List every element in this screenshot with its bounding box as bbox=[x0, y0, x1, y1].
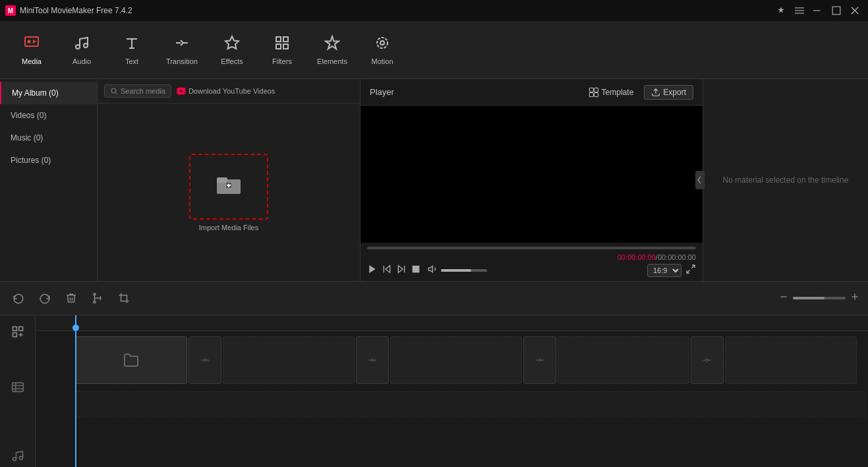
stop-button[interactable] bbox=[411, 264, 421, 277]
svg-line-38 bbox=[687, 270, 690, 273]
video-track-row bbox=[36, 334, 868, 387]
crop-button[interactable] bbox=[113, 288, 134, 309]
timeline-content[interactable] bbox=[36, 315, 868, 467]
svg-rect-2 bbox=[795, 13, 804, 14]
controls-buttons: 16:9 9:16 1:1 4:3 bbox=[367, 263, 696, 280]
transition-clip-1[interactable] bbox=[188, 336, 221, 384]
svg-rect-27 bbox=[589, 92, 593, 96]
play-button[interactable] bbox=[367, 264, 378, 277]
titlebar-controls bbox=[773, 3, 863, 18]
template-button[interactable]: Template bbox=[583, 85, 639, 100]
toolbar-media[interactable]: Media bbox=[8, 26, 55, 74]
timecode-row: 00:00:00:00 / 00:00:00:00 bbox=[367, 253, 696, 263]
cut-button[interactable] bbox=[87, 288, 108, 309]
motion-icon bbox=[374, 35, 390, 55]
minimize-button[interactable] bbox=[810, 3, 826, 18]
clip-folder-icon bbox=[123, 352, 139, 368]
toolbar-text-label: Text bbox=[125, 57, 138, 65]
playhead[interactable] bbox=[75, 315, 76, 467]
maximize-button[interactable] bbox=[828, 3, 844, 18]
svg-point-40 bbox=[94, 294, 96, 296]
svg-marker-30 bbox=[369, 265, 375, 273]
toolbar-audio[interactable]: Audio bbox=[58, 26, 105, 74]
svg-rect-49 bbox=[13, 333, 16, 337]
zoom-out-icon[interactable] bbox=[778, 292, 789, 305]
empty-clip-2[interactable] bbox=[390, 336, 522, 384]
download-youtube-button[interactable]: Download YouTube Videos bbox=[177, 86, 275, 96]
elements-icon bbox=[324, 35, 340, 55]
bottom-toolbar bbox=[0, 281, 868, 315]
pin-button[interactable] bbox=[773, 3, 789, 18]
toolbar-text[interactable]: Text bbox=[108, 26, 156, 74]
transition-clip-4[interactable] bbox=[691, 336, 724, 384]
svg-rect-47 bbox=[13, 327, 16, 331]
volume-slider[interactable] bbox=[441, 269, 487, 272]
transition-icon-2 bbox=[367, 355, 378, 365]
import-media-box[interactable] bbox=[189, 154, 268, 220]
toolbar-motion[interactable]: Motion bbox=[359, 26, 406, 74]
prev-frame-button[interactable] bbox=[382, 264, 392, 277]
aspect-ratio-select[interactable]: 16:9 9:16 1:1 4:3 bbox=[647, 264, 681, 277]
toolbar-filters[interactable]: Filters bbox=[258, 26, 306, 74]
search-placeholder: Search media bbox=[121, 87, 165, 95]
svg-point-56 bbox=[13, 457, 16, 460]
svg-rect-1 bbox=[795, 10, 804, 11]
export-label: Export bbox=[663, 88, 686, 97]
search-media[interactable]: Search media bbox=[104, 84, 171, 98]
effects-icon bbox=[224, 35, 240, 55]
undo-button[interactable] bbox=[8, 288, 29, 309]
toolbar-transition[interactable]: Transition bbox=[158, 26, 206, 74]
right-panel: No material selected on the timeline bbox=[703, 79, 868, 281]
sidebar-item-videos[interactable]: Videos (0) bbox=[0, 104, 97, 127]
bottom-toolbar-right bbox=[778, 292, 860, 305]
transition-icon-3 bbox=[535, 355, 545, 365]
toolbar-motion-label: Motion bbox=[371, 57, 393, 65]
svg-rect-26 bbox=[594, 88, 598, 92]
progress-bar[interactable] bbox=[367, 247, 696, 249]
menu-button[interactable] bbox=[792, 3, 807, 18]
filters-icon bbox=[274, 35, 290, 55]
svg-rect-13 bbox=[283, 37, 288, 42]
template-label: Template bbox=[602, 88, 634, 97]
toolbar-effects[interactable]: Effects bbox=[208, 26, 256, 74]
export-button[interactable]: Export bbox=[644, 85, 693, 100]
svg-rect-3 bbox=[813, 10, 821, 11]
svg-rect-21 bbox=[217, 177, 227, 183]
transition-clip-3[interactable] bbox=[523, 336, 556, 384]
svg-rect-4 bbox=[832, 7, 840, 15]
toolbar-elements[interactable]: Elements bbox=[308, 26, 356, 74]
transition-clip-2[interactable] bbox=[356, 336, 389, 384]
video-track-icon bbox=[6, 376, 30, 398]
audio-icon bbox=[74, 35, 90, 55]
empty-clip-3[interactable] bbox=[558, 336, 689, 384]
add-media-to-timeline-button[interactable] bbox=[6, 321, 30, 343]
media-content: Import Media Files bbox=[98, 104, 360, 281]
app-title: MiniTool MovieMaker Free 7.4.2 bbox=[20, 6, 132, 15]
collapse-panel-button[interactable] bbox=[695, 171, 705, 189]
svg-line-37 bbox=[691, 265, 695, 268]
sidebar-item-pictures[interactable]: Pictures (0) bbox=[0, 149, 97, 171]
music-track-row bbox=[36, 388, 868, 421]
redo-button[interactable] bbox=[34, 288, 55, 309]
next-frame-button[interactable] bbox=[396, 264, 407, 277]
video-clip-main[interactable] bbox=[75, 336, 187, 384]
toolbar-elements-label: Elements bbox=[317, 57, 347, 65]
svg-rect-12 bbox=[276, 37, 281, 42]
empty-clip-4[interactable] bbox=[725, 336, 857, 384]
svg-rect-48 bbox=[18, 327, 22, 331]
zoom-in-icon[interactable] bbox=[850, 292, 860, 305]
sidebar-item-album[interactable]: My Album (0) bbox=[0, 82, 97, 104]
text-icon bbox=[124, 35, 140, 55]
video-track-clips bbox=[36, 334, 858, 387]
volume-fill bbox=[441, 269, 471, 272]
close-button[interactable] bbox=[847, 3, 863, 18]
delete-button[interactable] bbox=[61, 288, 82, 309]
fullscreen-button[interactable] bbox=[685, 264, 696, 277]
transition-icon-4 bbox=[702, 355, 712, 365]
volume-button[interactable] bbox=[428, 264, 438, 277]
empty-clip-1[interactable] bbox=[223, 336, 355, 384]
sidebar-item-music[interactable]: Music (0) bbox=[0, 127, 97, 149]
zoom-slider[interactable] bbox=[793, 297, 846, 299]
music-track-icon bbox=[6, 445, 30, 467]
toolbar-transition-label: Transition bbox=[166, 57, 198, 65]
